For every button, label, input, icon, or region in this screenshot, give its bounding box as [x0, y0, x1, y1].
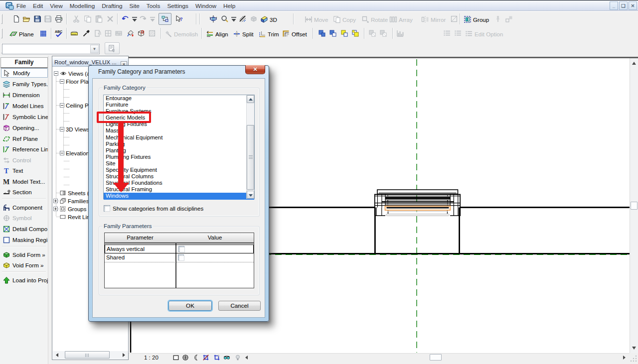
trim-button[interactable]: Trim: [258, 29, 279, 39]
cancel-button[interactable]: Cancel: [218, 301, 261, 311]
sidebar-item-dimension[interactable]: Dimension: [1, 90, 48, 100]
parameter-row-shared[interactable]: Shared: [105, 253, 254, 262]
sidebar-item-void-form[interactable]: Void Form »: [1, 260, 48, 270]
save-icon[interactable]: [33, 14, 42, 23]
split-button[interactable]: Split: [233, 29, 254, 39]
category-option[interactable]: Plumbing Fixtures: [104, 154, 254, 160]
sidebar-item-symbolic-lines[interactable]: Symbolic Line: [1, 112, 48, 121]
work-plane-button[interactable]: Plane: [9, 29, 34, 39]
default-3d-view-button[interactable]: 3D: [260, 14, 277, 24]
new-icon[interactable]: [12, 14, 21, 23]
menu-edit[interactable]: Edit: [32, 2, 43, 9]
menu-tools[interactable]: Tools: [146, 2, 161, 9]
undo-icon[interactable]: [121, 14, 130, 23]
mdi-close-button[interactable]: ✕: [629, 1, 637, 10]
uncut-geometry-icon[interactable]: [351, 29, 360, 38]
sidebar-item-detail-component[interactable]: Detail Compo: [1, 224, 48, 234]
zoom-icon[interactable]: [220, 14, 229, 23]
category-option[interactable]: Mass: [104, 127, 254, 134]
always-vertical-checkbox[interactable]: [178, 246, 184, 252]
project-browser-toggle-button[interactable]: [159, 13, 171, 25]
sidebar-item-solid-form[interactable]: Solid Form »: [1, 250, 48, 259]
undo-dropdown-icon[interactable]: [130, 14, 139, 23]
category-option[interactable]: Furniture: [104, 102, 254, 108]
menu-help[interactable]: Help: [223, 2, 236, 9]
join-geometry-icon[interactable]: [318, 29, 326, 38]
parameter-row-always-vertical[interactable]: Always vertical: [105, 244, 254, 253]
shadows-icon[interactable]: [193, 354, 200, 361]
paint-icon[interactable]: [126, 29, 135, 38]
open-icon[interactable]: [22, 14, 31, 23]
canvas-vscrollbar[interactable]: [630, 58, 638, 353]
tree-item-3d-views[interactable]: 3D Views: [60, 125, 90, 133]
sidebar-item-modify[interactable]: Modify: [1, 68, 48, 78]
shared-checkbox[interactable]: [178, 254, 184, 260]
scroll-up-button[interactable]: [247, 95, 254, 103]
model-graphics-style-icon[interactable]: [182, 354, 189, 361]
design-bar-tab-family[interactable]: Family: [0, 57, 48, 68]
category-list-scrollbar[interactable]: [246, 95, 254, 199]
sidebar-item-model-text[interactable]: Model Text...: [1, 177, 48, 186]
thin-lines-icon[interactable]: [238, 14, 247, 23]
menu-window[interactable]: Window: [195, 2, 217, 9]
ok-button[interactable]: OK: [168, 301, 212, 311]
menu-site[interactable]: Site: [129, 2, 140, 9]
tape-measure-icon[interactable]: [70, 29, 79, 38]
element-properties-button[interactable]: [105, 42, 120, 54]
sidebar-item-section[interactable]: Section: [1, 187, 48, 197]
grid-icon[interactable]: [39, 29, 48, 38]
scroll-right-icon[interactable]: [623, 356, 626, 360]
toolbar-grip[interactable]: [1, 14, 2, 24]
mdi-minimize-button[interactable]: _: [610, 1, 618, 10]
scale-indicator[interactable]: 1 : 20: [144, 355, 159, 361]
menu-file[interactable]: File: [16, 2, 26, 9]
project-browser-hscrollbar[interactable]: [53, 351, 128, 359]
menu-drafting[interactable]: Drafting: [101, 2, 123, 9]
category-option[interactable]: Specialty Equipment: [104, 167, 254, 173]
combobox-dropdown-icon[interactable]: ▼: [90, 45, 99, 53]
scroll-down-icon[interactable]: [632, 347, 636, 350]
offset-button[interactable]: Offset: [282, 29, 307, 39]
category-option[interactable]: Entourage: [104, 95, 254, 102]
zoom-dropdown-icon[interactable]: [229, 14, 238, 23]
scrollbar-thumb[interactable]: [247, 125, 254, 190]
hscroll-thumb[interactable]: [430, 354, 442, 361]
dynamic-view-icon[interactable]: [209, 14, 218, 23]
dialog-close-button[interactable]: ✕: [245, 65, 265, 74]
detail-level-icon[interactable]: [172, 354, 179, 361]
category-option-selected[interactable]: Windows: [104, 193, 254, 199]
show-all-disciplines-checkbox[interactable]: [104, 205, 110, 212]
sidebar-item-opening[interactable]: Opening...: [1, 123, 48, 132]
type-selector-combobox[interactable]: ▼: [2, 44, 100, 54]
align-button[interactable]: Align: [206, 29, 228, 39]
group-button[interactable]: Group: [464, 14, 489, 24]
menu-view[interactable]: View: [49, 2, 63, 9]
sidebar-item-text[interactable]: Text: [1, 166, 48, 175]
category-option[interactable]: Planting: [104, 147, 254, 154]
scroll-up-icon[interactable]: [632, 62, 636, 65]
cut-geometry-icon[interactable]: [340, 29, 349, 38]
show-crop-region-icon[interactable]: [213, 354, 220, 361]
temporary-hide-isolate-icon[interactable]: [223, 354, 230, 361]
category-option[interactable]: Mechanical Equipment: [104, 134, 254, 141]
context-help-icon[interactable]: [175, 14, 184, 23]
scroll-down-button[interactable]: [247, 191, 254, 199]
spelling-icon[interactable]: [54, 29, 63, 38]
category-option[interactable]: Structural Columns: [104, 173, 254, 180]
show-mass-icon[interactable]: [137, 29, 146, 38]
tree-item-groups[interactable]: Groups: [53, 205, 86, 213]
mdi-restore-button[interactable]: ❏: [619, 1, 628, 10]
vscroll-thumb[interactable]: [631, 202, 638, 210]
toolbar-grip[interactable]: [1, 28, 2, 38]
sidebar-item-ref-plane[interactable]: Ref Plane: [1, 134, 48, 143]
reveal-hidden-elements-icon[interactable]: [234, 354, 241, 361]
tree-item-families[interactable]: Families: [53, 197, 89, 205]
category-option[interactable]: Parking: [104, 141, 254, 147]
sidebar-item-reference-line[interactable]: Reference Lin: [1, 144, 48, 154]
match-type-icon[interactable]: [82, 29, 91, 38]
scroll-left-icon[interactable]: [245, 356, 248, 360]
menu-modelling[interactable]: Modelling: [69, 2, 96, 9]
crop-region-icon[interactable]: [202, 354, 209, 361]
unjoin-geometry-icon[interactable]: [328, 29, 337, 38]
sidebar-item-component[interactable]: Component: [1, 203, 48, 212]
